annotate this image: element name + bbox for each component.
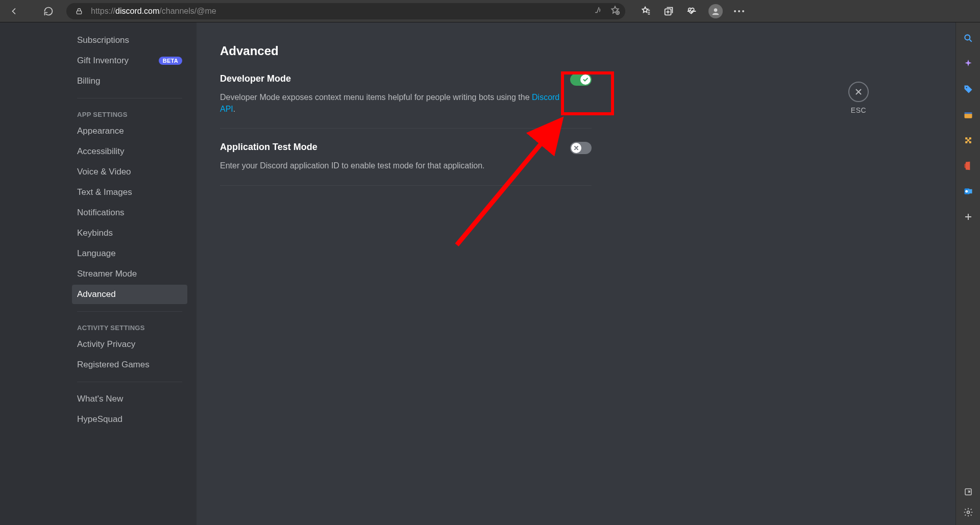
- settings-gear-icon[interactable]: [963, 507, 974, 518]
- back-button[interactable]: [5, 3, 22, 20]
- favorite-star-icon[interactable]: [610, 5, 620, 17]
- sidebar-item-label: Activity Privacy: [77, 339, 135, 349]
- browser-edge-sidebar: [955, 22, 980, 525]
- sidebar-item-label: Appearance: [77, 126, 124, 136]
- svg-point-3: [714, 8, 717, 11]
- sidebar-item-language[interactable]: Language: [72, 244, 187, 263]
- sidebar-item-label: Language: [77, 248, 116, 259]
- search-icon[interactable]: [963, 33, 974, 44]
- sidebar-item-label: Voice & Video: [77, 167, 131, 177]
- setting-title: Developer Mode: [220, 73, 592, 84]
- sidebar-item-notifications[interactable]: Notifications: [72, 203, 187, 222]
- url-text: https://discord.com/channels/@me: [91, 7, 216, 16]
- read-aloud-icon[interactable]: [594, 6, 603, 17]
- sidebar-item-gift-inventory[interactable]: Gift Inventory BETA: [72, 51, 187, 70]
- sidebar-header-activity-settings: ACTIVITY SETTINGS: [72, 319, 187, 335]
- app-workspace: Subscriptions Gift Inventory BETA Billin…: [0, 22, 980, 525]
- sidebar-item-billing[interactable]: Billing: [72, 71, 187, 91]
- sidebar-item-label: Gift Inventory: [77, 56, 129, 66]
- health-icon[interactable]: [683, 3, 701, 20]
- fullscreen-icon[interactable]: [963, 486, 974, 497]
- sidebar-item-appearance[interactable]: Appearance: [72, 121, 187, 141]
- setting-developer-mode: Developer Mode Developer Mode exposes co…: [220, 73, 592, 129]
- outlook-icon[interactable]: [963, 186, 974, 197]
- sidebar-item-label: Text & Images: [77, 187, 132, 197]
- svg-rect-0: [77, 11, 81, 14]
- sidebar-separator: [77, 98, 182, 98]
- address-bar[interactable]: https://discord.com/channels/@me: [66, 3, 625, 19]
- sidebar-item-label: HypeSquad: [77, 414, 122, 424]
- sidebar-separator: [77, 382, 182, 382]
- setting-description: Developer Mode exposes context menu item…: [220, 91, 567, 115]
- sidebar-item-label: Keybinds: [77, 228, 113, 238]
- setting-title: Application Test Mode: [220, 142, 592, 153]
- svg-rect-10: [968, 189, 972, 193]
- svg-point-11: [965, 190, 968, 193]
- sidebar-item-label: Registered Games: [77, 360, 150, 370]
- sidebar-item-hypesquad[interactable]: HypeSquad: [72, 410, 187, 429]
- favorites-list-icon[interactable]: [636, 3, 654, 20]
- puzzle-icon[interactable]: [963, 135, 974, 146]
- sidebar-item-whats-new[interactable]: What's New: [72, 389, 187, 409]
- lock-icon: [75, 7, 84, 15]
- toggle-application-test-mode[interactable]: [570, 142, 592, 154]
- sparkle-icon[interactable]: [963, 58, 974, 69]
- sidebar-item-label: Billing: [77, 76, 100, 86]
- svg-point-6: [966, 87, 967, 88]
- sidebar-item-label: Subscriptions: [77, 35, 129, 45]
- settings-content: Advanced Developer Mode Developer Mode e…: [197, 22, 955, 525]
- sidebar-item-accessibility[interactable]: Accessibility: [72, 142, 187, 161]
- sidebar-item-activity-privacy[interactable]: Activity Privacy: [72, 335, 187, 354]
- collections-icon[interactable]: [660, 3, 677, 20]
- sidebar-item-streamer-mode[interactable]: Streamer Mode: [72, 264, 187, 284]
- svg-point-13: [967, 511, 969, 514]
- sidebar-item-label: Advanced: [77, 289, 116, 299]
- add-sidebar-icon[interactable]: [963, 211, 974, 222]
- sidebar-item-label: Streamer Mode: [77, 269, 137, 279]
- refresh-button[interactable]: [40, 3, 57, 20]
- more-menu-button[interactable]: [730, 3, 748, 20]
- sidebar-item-voice-video[interactable]: Voice & Video: [72, 162, 187, 182]
- browser-toolbar: https://discord.com/channels/@me: [0, 0, 980, 22]
- sidebar-item-subscriptions[interactable]: Subscriptions: [72, 31, 187, 50]
- sidebar-item-label: What's New: [77, 394, 123, 404]
- close-button[interactable]: [848, 82, 869, 102]
- esc-label: ESC: [848, 106, 869, 114]
- beta-badge: BETA: [159, 57, 182, 65]
- setting-application-test-mode: Application Test Mode Enter your Discord…: [220, 142, 592, 185]
- svg-rect-8: [964, 112, 972, 114]
- toolbox-icon[interactable]: [963, 109, 974, 120]
- sidebar-item-text-images[interactable]: Text & Images: [72, 183, 187, 202]
- page-title: Advanced: [220, 44, 592, 58]
- close-icon: [571, 143, 581, 153]
- sidebar-item-label: Notifications: [77, 208, 125, 218]
- sidebar-header-app-settings: APP SETTINGS: [72, 106, 187, 121]
- sidebar-item-keybinds[interactable]: Keybinds: [72, 223, 187, 243]
- svg-rect-7: [964, 114, 972, 118]
- sidebar-item-registered-games[interactable]: Registered Games: [72, 355, 187, 374]
- sidebar-separator: [77, 311, 182, 312]
- toggle-developer-mode[interactable]: [570, 73, 592, 86]
- svg-point-5: [965, 35, 970, 40]
- tag-icon[interactable]: [963, 84, 974, 95]
- setting-description: Enter your Discord application ID to ena…: [220, 160, 567, 171]
- office-icon[interactable]: [963, 160, 974, 171]
- sidebar-item-label: Accessibility: [77, 146, 125, 157]
- settings-sidebar: Subscriptions Gift Inventory BETA Billin…: [0, 22, 197, 525]
- close-settings: ESC: [848, 82, 869, 114]
- check-icon: [580, 74, 591, 85]
- profile-avatar[interactable]: [707, 3, 724, 20]
- sidebar-item-advanced[interactable]: Advanced: [72, 285, 187, 304]
